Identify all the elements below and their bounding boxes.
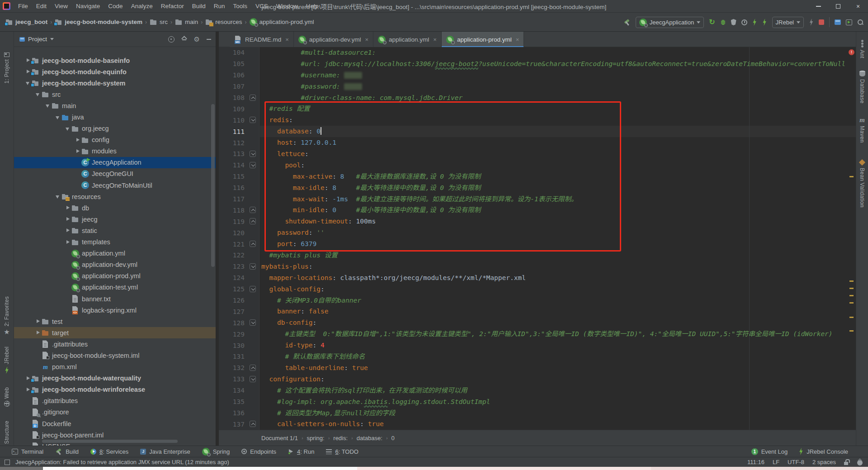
tree-item-banner-txt[interactable]: banner.txt (14, 293, 216, 304)
warning-stripe-mark[interactable] (849, 176, 854, 177)
stripe-button-web[interactable]: Web (0, 387, 14, 407)
yaml-breadcrumb-4[interactable]: 0 (392, 435, 395, 442)
file-error-indicator[interactable]: ! (849, 49, 854, 55)
jrebel-combo[interactable]: JRebel (772, 17, 804, 28)
collapse-all-icon[interactable] (181, 36, 187, 42)
tree-item-java[interactable]: java (14, 111, 216, 123)
expand-arrow-icon[interactable] (64, 227, 71, 234)
tree-vertical-scrollbar[interactable] (211, 104, 215, 267)
menu-edit[interactable]: Edit (32, 0, 51, 13)
toolwindow-button-services[interactable]: 8: Services (90, 448, 128, 455)
breadcrumb-application-prod-yml[interactable]: application-prod.yml (250, 18, 314, 26)
coverage-icon[interactable] (731, 19, 736, 25)
code-line-123[interactable]: mybatis-plus: (261, 261, 847, 272)
tree-item-gitattributes[interactable]: .gitattributes (14, 395, 216, 407)
locate-file-icon[interactable] (168, 36, 175, 43)
toolwindow-button-terminal[interactable]: Terminal (12, 448, 43, 455)
warning-stripe-mark[interactable] (849, 330, 854, 332)
fold-marker-icon[interactable] (250, 95, 256, 101)
tree-item-jeecgapplication[interactable]: JeecgApplication (14, 157, 216, 168)
code-line-105[interactable]: #url: jdbc:mysql://localhost:3306/jeecg-… (261, 58, 847, 70)
menu-view[interactable]: View (51, 0, 72, 13)
project-panel-title[interactable]: Project (28, 36, 47, 43)
tree-item-pom-xml[interactable]: pom.xml (14, 361, 216, 373)
tree-item-resources[interactable]: resources (14, 191, 216, 202)
tree-item-src[interactable]: src (14, 89, 216, 100)
tree-item-jeecg-boot-module-equinfo[interactable]: jeecg-boot-module-equinfo (14, 66, 216, 77)
code-line-136[interactable]: # 返回类型为Map,显示null对应的字段 (261, 408, 847, 419)
menu-code[interactable]: Code (104, 0, 127, 13)
close-button[interactable]: × (848, 0, 868, 12)
code-line-137[interactable]: call-setters-on-nulls: true (261, 418, 847, 430)
warning-stripe-mark[interactable] (849, 295, 854, 296)
tree-item-templates[interactable]: templates (14, 237, 216, 248)
stripe-button-jrebel[interactable]: JRebel (0, 347, 14, 374)
tree-item-application-prod-yml[interactable]: application-prod.yml (14, 271, 216, 282)
fold-marker-icon[interactable] (250, 263, 256, 270)
fold-marker-icon[interactable] (250, 162, 256, 168)
tab-readme-md[interactable]: README.md× (230, 32, 294, 47)
file-encoding[interactable]: UTF-8 (788, 459, 804, 465)
toolwindow-button-endpoints[interactable]: Endpoints (241, 448, 276, 455)
toolwindow-button-build[interactable]: Build (55, 448, 79, 455)
expand-arrow-icon[interactable] (64, 238, 71, 246)
editor-body[interactable]: 1041051061071081091101111121131141151161… (219, 47, 856, 430)
fold-marker-icon[interactable] (250, 365, 256, 371)
expand-arrow-icon[interactable] (34, 318, 42, 325)
tree-item-dockerfile[interactable]: Dockerfile (14, 418, 216, 429)
tree-item-static[interactable]: static (14, 225, 216, 236)
tab-application-yml[interactable]: application.yml× (373, 32, 442, 47)
collapse-arrow-icon[interactable] (34, 90, 42, 98)
tool-window-toggle-icon[interactable] (5, 460, 10, 465)
tree-item-jeecg-boot-parent-iml[interactable]: jeecg-boot-parent.iml (14, 429, 216, 441)
stripe-button-bean-validation[interactable]: Bean Validation (856, 159, 868, 208)
stop-icon[interactable] (819, 19, 824, 25)
yaml-breadcrumb-3[interactable]: database: (357, 435, 382, 442)
lock-icon[interactable] (844, 459, 849, 465)
stripe-button-maven[interactable]: mMaven (856, 117, 868, 143)
tab-application-prod-yml[interactable]: application-prod.yml× (442, 32, 524, 47)
tree-item-target[interactable]: target (14, 327, 216, 338)
code-line-130[interactable]: id-type: 4 (261, 340, 847, 351)
run-anything-icon[interactable] (846, 19, 852, 25)
breadcrumb-resources[interactable]: resources (205, 18, 242, 26)
code-line-125[interactable]: global-config: (261, 284, 847, 295)
toolwindow-button-spring[interactable]: Spring (202, 448, 230, 456)
menu-run[interactable]: Run (210, 0, 229, 13)
close-tab-icon[interactable]: × (433, 36, 437, 43)
tree-item-jeecgonegui[interactable]: JeecgOneGUI (14, 168, 216, 180)
tree-item-application-test-yml[interactable]: application-test.yml (14, 282, 216, 293)
menu-vcs[interactable]: VCS (251, 0, 272, 13)
close-tab-icon[interactable]: × (516, 36, 519, 43)
fold-marker-icon[interactable] (250, 151, 256, 157)
warning-stripe-mark[interactable] (849, 288, 854, 289)
breadcrumb-src[interactable]: src (150, 18, 168, 26)
close-tab-icon[interactable]: × (365, 36, 368, 43)
tree-horizontal-scrollbar[interactable] (42, 440, 178, 443)
code-line-127[interactable]: banner: false (261, 306, 847, 317)
tree-item-jeecg[interactable]: jeecg (14, 214, 216, 225)
menu-file[interactable]: File (14, 0, 32, 13)
stripe-button-1-project[interactable]: 1: Project (0, 52, 14, 84)
hide-panel-icon[interactable] (207, 39, 211, 40)
jrebel-run-icon[interactable] (752, 19, 757, 26)
breadcrumb-main[interactable]: main (175, 18, 198, 26)
tree-item-application-dev-yml[interactable]: application-dev.yml (14, 259, 216, 271)
yaml-breadcrumb-2[interactable]: redis: (333, 435, 348, 442)
run-config-combo[interactable]: JeecgApplication (636, 17, 704, 28)
fold-marker-icon[interactable] (250, 117, 256, 123)
tree-item-modules[interactable]: modules (14, 146, 216, 157)
warning-stripe-mark[interactable] (849, 317, 854, 318)
tree-item-gitignore[interactable]: .gitignore (14, 407, 216, 418)
profiler-icon[interactable] (741, 19, 747, 25)
menu-help[interactable]: Help (302, 0, 323, 13)
toolwindow-button-event-log[interactable]: 1Event Log (751, 448, 788, 455)
fold-marker-icon[interactable] (250, 319, 256, 326)
maximize-button[interactable] (828, 0, 848, 12)
stripe-button-database[interactable]: Database (856, 71, 868, 104)
breadcrumb-jeecg-boot-module-system[interactable]: jeecg-boot-module-system (55, 18, 142, 26)
code-line-106[interactable]: #username: (261, 70, 847, 81)
warning-stripe-mark[interactable] (849, 302, 854, 304)
tree-item-db[interactable]: db (14, 202, 216, 214)
tree-item-jeecg-boot-module-system-iml[interactable]: jeecg-boot-module-system.iml (14, 350, 216, 361)
